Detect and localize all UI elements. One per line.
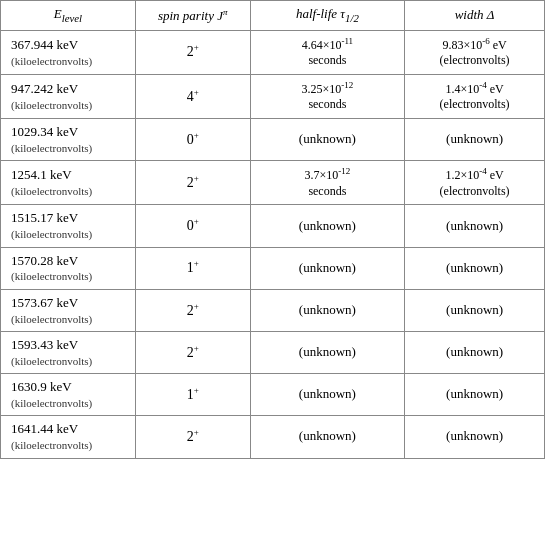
energy-unit: (kiloelectronvolts)	[11, 54, 127, 68]
energy-cell: 367.944 keV(kiloelectronvolts)	[1, 30, 136, 74]
energy-unit: (kiloelectronvolts)	[11, 227, 127, 241]
energy-levels-table: Elevel spin parity Jπ half-life τ1/2 wid…	[0, 0, 545, 459]
energy-value: 1029.34 keV	[11, 124, 127, 141]
halflife-cell: (unknown)	[250, 247, 405, 289]
spin-value: 1+	[187, 387, 199, 402]
halflife-cell: (unknown)	[250, 374, 405, 416]
energy-value: 1515.17 keV	[11, 210, 127, 227]
header-width: width Δ	[405, 1, 545, 31]
spin-cell: 0+	[135, 205, 250, 247]
energy-cell: 1593.43 keV(kiloelectronvolts)	[1, 331, 136, 373]
width-value: (unknown)	[446, 218, 503, 233]
width-value: 9.83×10-6 eV(electronvolts)	[413, 36, 536, 69]
energy-cell: 947.242 keV(kiloelectronvolts)	[1, 74, 136, 118]
spin-cell: 2+	[135, 30, 250, 74]
width-value: (unknown)	[446, 260, 503, 275]
table-row: 1515.17 keV(kiloelectronvolts)0+(unknown…	[1, 205, 545, 247]
width-value: (unknown)	[446, 386, 503, 401]
spin-value: 2+	[187, 175, 199, 190]
energy-value: 367.944 keV	[11, 37, 127, 54]
halflife-value: (unknown)	[299, 260, 356, 275]
energy-cell: 1570.28 keV(kiloelectronvolts)	[1, 247, 136, 289]
width-value: 1.4×10-4 eV(electronvolts)	[413, 80, 536, 113]
spin-cell: 2+	[135, 289, 250, 331]
table-row: 1593.43 keV(kiloelectronvolts)2+(unknown…	[1, 331, 545, 373]
halflife-value: (unknown)	[299, 302, 356, 317]
table-row: 367.944 keV(kiloelectronvolts)2+4.64×10-…	[1, 30, 545, 74]
table-row: 1641.44 keV(kiloelectronvolts)2+(unknown…	[1, 416, 545, 458]
spin-value: 2+	[187, 429, 199, 444]
energy-value: 1641.44 keV	[11, 421, 127, 438]
energy-unit: (kiloelectronvolts)	[11, 184, 127, 198]
energy-value: 1254.1 keV	[11, 167, 127, 184]
width-value: 1.2×10-4 eV(electronvolts)	[413, 166, 536, 199]
energy-unit: (kiloelectronvolts)	[11, 98, 127, 112]
spin-cell: 2+	[135, 416, 250, 458]
halflife-cell: 3.7×10-12seconds	[250, 161, 405, 205]
spin-value: 2+	[187, 345, 199, 360]
energy-cell: 1641.44 keV(kiloelectronvolts)	[1, 416, 136, 458]
width-cell: (unknown)	[405, 374, 545, 416]
width-cell: (unknown)	[405, 205, 545, 247]
halflife-value: 4.64×10-11seconds	[259, 36, 397, 69]
table-row: 1029.34 keV(kiloelectronvolts)0+(unknown…	[1, 119, 545, 161]
halflife-cell: (unknown)	[250, 289, 405, 331]
energy-cell: 1254.1 keV(kiloelectronvolts)	[1, 161, 136, 205]
spin-cell: 4+	[135, 74, 250, 118]
energy-unit: (kiloelectronvolts)	[11, 141, 127, 155]
energy-value: 1573.67 keV	[11, 295, 127, 312]
spin-cell: 1+	[135, 374, 250, 416]
table-row: 1254.1 keV(kiloelectronvolts)2+3.7×10-12…	[1, 161, 545, 205]
halflife-value: (unknown)	[299, 344, 356, 359]
energy-cell: 1029.34 keV(kiloelectronvolts)	[1, 119, 136, 161]
spin-cell: 2+	[135, 331, 250, 373]
spin-value: 2+	[187, 303, 199, 318]
energy-cell: 1515.17 keV(kiloelectronvolts)	[1, 205, 136, 247]
spin-value: 2+	[187, 44, 199, 59]
header-energy: Elevel	[1, 1, 136, 31]
width-cell: (unknown)	[405, 119, 545, 161]
halflife-value: (unknown)	[299, 428, 356, 443]
halflife-value: (unknown)	[299, 218, 356, 233]
table-row: 1630.9 keV(kiloelectronvolts)1+(unknown)…	[1, 374, 545, 416]
halflife-cell: (unknown)	[250, 119, 405, 161]
table-row: 1570.28 keV(kiloelectronvolts)1+(unknown…	[1, 247, 545, 289]
energy-unit: (kiloelectronvolts)	[11, 396, 127, 410]
table-row: 1573.67 keV(kiloelectronvolts)2+(unknown…	[1, 289, 545, 331]
energy-cell: 1630.9 keV(kiloelectronvolts)	[1, 374, 136, 416]
halflife-value: (unknown)	[299, 386, 356, 401]
halflife-cell: (unknown)	[250, 331, 405, 373]
width-value: (unknown)	[446, 344, 503, 359]
spin-cell: 0+	[135, 119, 250, 161]
width-value: (unknown)	[446, 131, 503, 146]
halflife-value: (unknown)	[299, 131, 356, 146]
spin-value: 1+	[187, 260, 199, 275]
energy-value: 1630.9 keV	[11, 379, 127, 396]
energy-value: 1570.28 keV	[11, 253, 127, 270]
energy-value: 1593.43 keV	[11, 337, 127, 354]
spin-value: 0+	[187, 218, 199, 233]
halflife-cell: 3.25×10-12seconds	[250, 74, 405, 118]
width-cell: (unknown)	[405, 247, 545, 289]
halflife-value: 3.25×10-12seconds	[259, 80, 397, 113]
width-cell: 9.83×10-6 eV(electronvolts)	[405, 30, 545, 74]
spin-value: 4+	[187, 89, 199, 104]
energy-cell: 1573.67 keV(kiloelectronvolts)	[1, 289, 136, 331]
energy-unit: (kiloelectronvolts)	[11, 354, 127, 368]
halflife-cell: (unknown)	[250, 416, 405, 458]
energy-unit: (kiloelectronvolts)	[11, 269, 127, 283]
header-spin: spin parity Jπ	[135, 1, 250, 31]
energy-value: 947.242 keV	[11, 81, 127, 98]
width-value: (unknown)	[446, 302, 503, 317]
width-value: (unknown)	[446, 428, 503, 443]
halflife-cell: 4.64×10-11seconds	[250, 30, 405, 74]
table-header-row: Elevel spin parity Jπ half-life τ1/2 wid…	[1, 1, 545, 31]
width-cell: (unknown)	[405, 331, 545, 373]
spin-cell: 1+	[135, 247, 250, 289]
width-cell: (unknown)	[405, 289, 545, 331]
energy-unit: (kiloelectronvolts)	[11, 312, 127, 326]
halflife-value: 3.7×10-12seconds	[259, 166, 397, 199]
width-cell: 1.4×10-4 eV(electronvolts)	[405, 74, 545, 118]
spin-cell: 2+	[135, 161, 250, 205]
header-halflife: half-life τ1/2	[250, 1, 405, 31]
